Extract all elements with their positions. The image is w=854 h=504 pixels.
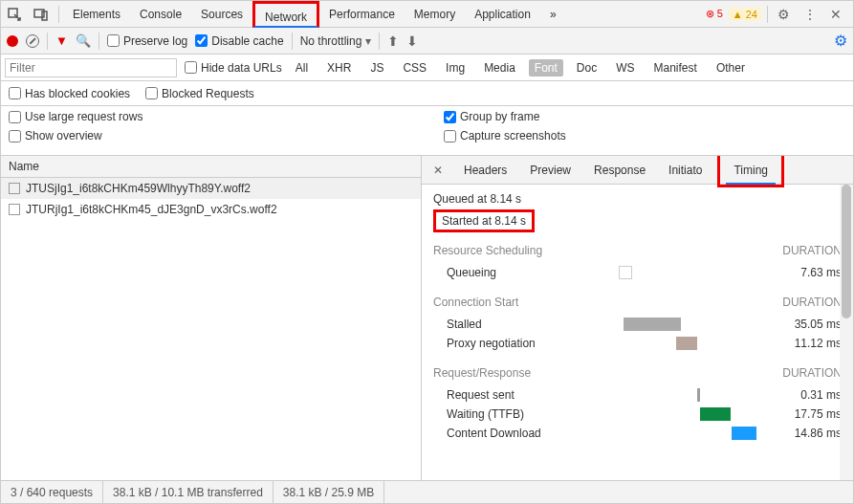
status-bar: 3 / 640 requests 38.1 kB / 10.1 MB trans… bbox=[1, 480, 853, 503]
request-list: Name JTUSjIg1_i6t8kCHKm459WlhyyTh89Y.wof… bbox=[1, 156, 422, 480]
timing-label: Waiting (TTFB) bbox=[447, 407, 619, 421]
kebab-icon[interactable]: ⋮ bbox=[799, 7, 821, 22]
type-xhr[interactable]: XHR bbox=[321, 59, 357, 77]
close-devtools-icon[interactable]: ✕ bbox=[826, 7, 845, 22]
type-doc[interactable]: Doc bbox=[571, 59, 602, 77]
tab-response[interactable]: Response bbox=[586, 156, 653, 185]
status-transferred: 38.1 kB / 10.1 MB transferred bbox=[103, 481, 274, 503]
divider bbox=[292, 33, 293, 50]
request-name: JTUSjIg1_i6t8kCHKm459WlhyyTh89Y.woff2 bbox=[26, 182, 251, 195]
divider bbox=[99, 33, 99, 50]
scrollbar-thumb[interactable] bbox=[842, 185, 851, 318]
timing-value: 14.86 ms bbox=[775, 427, 842, 440]
close-detail-icon[interactable]: ✕ bbox=[427, 164, 449, 177]
download-har-icon[interactable]: ⬇ bbox=[406, 33, 418, 49]
request-row[interactable]: JTUSjIg1_i6t8kCHKm459WlhyyTh89Y.woff2 bbox=[1, 178, 421, 199]
timing-bar bbox=[619, 266, 775, 279]
type-all[interactable]: All bbox=[290, 59, 314, 77]
device-toggle-icon[interactable] bbox=[28, 1, 55, 28]
detail-pane: ✕ Headers Preview Response Initiato Timi… bbox=[422, 156, 853, 480]
detail-tabs: ✕ Headers Preview Response Initiato Timi… bbox=[422, 156, 853, 185]
type-img[interactable]: Img bbox=[440, 59, 471, 77]
timing-row: Proxy negotiation 11.12 ms bbox=[433, 334, 842, 353]
type-ws[interactable]: WS bbox=[610, 59, 640, 77]
divider bbox=[379, 33, 380, 50]
timing-bar bbox=[619, 407, 775, 421]
duration-label: DURATION bbox=[782, 296, 842, 309]
clear-icon[interactable] bbox=[26, 34, 39, 48]
toolbar-right: ⊗ 5 ▲ 24 ⚙ ⋮ ✕ bbox=[706, 6, 853, 23]
timing-panel: Queued at 8.14 s Started at 8.14 s Resou… bbox=[422, 185, 853, 480]
tab-application[interactable]: Application bbox=[465, 1, 540, 28]
timing-label: Queueing bbox=[447, 266, 619, 279]
timing-bar bbox=[619, 318, 775, 331]
options-right: Group by frame Capture screenshots bbox=[444, 110, 845, 151]
type-media[interactable]: Media bbox=[478, 59, 521, 77]
section-title: Resource Scheduling bbox=[433, 244, 542, 257]
queued-text: Queued at 8.14 s bbox=[433, 192, 842, 206]
filter-input[interactable] bbox=[5, 58, 177, 77]
type-font[interactable]: Font bbox=[529, 59, 563, 77]
has-blocked-cookies-checkbox[interactable]: Has blocked cookies bbox=[9, 87, 130, 100]
main-split: Name JTUSjIg1_i6t8kCHKm459WlhyyTh89Y.wof… bbox=[1, 156, 853, 480]
tab-performance[interactable]: Performance bbox=[319, 1, 405, 28]
section-title: Connection Start bbox=[433, 296, 518, 309]
section-request-response: Request/ResponseDURATION Request sent 0.… bbox=[433, 366, 842, 443]
filter-bar: Hide data URLs All XHR JS CSS Img Media … bbox=[1, 55, 853, 81]
error-badge[interactable]: ⊗ 5 bbox=[706, 8, 723, 20]
timing-row: Waiting (TTFB) 17.75 ms bbox=[433, 405, 842, 424]
timing-value: 11.12 ms bbox=[775, 337, 842, 350]
group-by-frame-checkbox[interactable]: Group by frame bbox=[444, 110, 845, 123]
request-name: JTURjIg1_i6t8kCHKm45_dJE3gnD_vx3rCs.woff… bbox=[26, 203, 277, 216]
warning-badge[interactable]: ▲ 24 bbox=[729, 8, 761, 21]
timing-value: 35.05 ms bbox=[775, 318, 842, 331]
column-header-name[interactable]: Name bbox=[1, 156, 421, 178]
record-button[interactable] bbox=[7, 35, 18, 47]
search-icon[interactable]: 🔍 bbox=[76, 33, 91, 48]
request-row[interactable]: JTURjIg1_i6t8kCHKm45_dJE3gnD_vx3rCs.woff… bbox=[1, 199, 421, 220]
main-tabs: Elements Console Sources Network Perform… bbox=[63, 1, 566, 28]
timing-value: 0.31 ms bbox=[775, 388, 842, 402]
tab-elements[interactable]: Elements bbox=[63, 1, 130, 28]
type-css[interactable]: CSS bbox=[397, 59, 432, 77]
tab-console[interactable]: Console bbox=[130, 1, 191, 28]
inspect-icon[interactable] bbox=[1, 1, 28, 28]
disable-cache-checkbox[interactable]: Disable cache bbox=[195, 34, 283, 48]
timing-label: Stalled bbox=[447, 318, 619, 331]
throttling-select[interactable]: No throttling ▾ bbox=[300, 34, 372, 48]
tab-memory[interactable]: Memory bbox=[405, 1, 465, 28]
settings-icon[interactable]: ⚙ bbox=[774, 7, 794, 22]
capture-screenshots-checkbox[interactable]: Capture screenshots bbox=[444, 129, 845, 142]
divider bbox=[58, 6, 59, 23]
timing-bar bbox=[619, 337, 775, 350]
divider bbox=[767, 6, 768, 23]
tab-sources[interactable]: Sources bbox=[191, 1, 252, 28]
filter-icon[interactable]: ▼ bbox=[55, 33, 68, 48]
preserve-log-checkbox[interactable]: Preserve log bbox=[107, 34, 187, 48]
large-rows-checkbox[interactable]: Use large request rows bbox=[9, 110, 142, 123]
type-manifest[interactable]: Manifest bbox=[648, 59, 703, 77]
tab-timing[interactable]: Timing bbox=[726, 156, 776, 185]
timing-label: Proxy negotiation bbox=[447, 337, 619, 350]
hide-data-urls-checkbox[interactable]: Hide data URLs bbox=[185, 61, 282, 75]
section-connection-start: Connection StartDURATION Stalled 35.05 m… bbox=[433, 296, 842, 353]
scrollbar[interactable] bbox=[840, 185, 853, 480]
divider bbox=[47, 33, 48, 50]
duration-label: DURATION bbox=[782, 366, 842, 380]
tab-network[interactable]: Network bbox=[252, 1, 319, 28]
section-resource-scheduling: Resource SchedulingDURATION Queueing 7.6… bbox=[433, 244, 842, 282]
type-other[interactable]: Other bbox=[711, 59, 751, 77]
tab-preview[interactable]: Preview bbox=[522, 156, 579, 185]
network-settings-icon[interactable]: ⚙ bbox=[834, 32, 847, 50]
blocked-requests-checkbox[interactable]: Blocked Requests bbox=[145, 87, 254, 100]
type-js[interactable]: JS bbox=[364, 59, 389, 77]
tab-initiator[interactable]: Initiato bbox=[661, 156, 710, 185]
timing-row: Queueing 7.63 ms bbox=[433, 263, 842, 282]
blocking-bar: Has blocked cookies Blocked Requests bbox=[1, 81, 853, 106]
devtools-top-toolbar: Elements Console Sources Network Perform… bbox=[1, 1, 853, 28]
upload-har-icon[interactable]: ⬆ bbox=[387, 33, 399, 49]
show-overview-checkbox[interactable]: Show overview bbox=[9, 129, 142, 142]
tab-more[interactable]: » bbox=[540, 1, 566, 28]
status-resources: 38.1 kB / 25.9 MB bbox=[274, 481, 384, 503]
tab-headers[interactable]: Headers bbox=[456, 156, 515, 185]
